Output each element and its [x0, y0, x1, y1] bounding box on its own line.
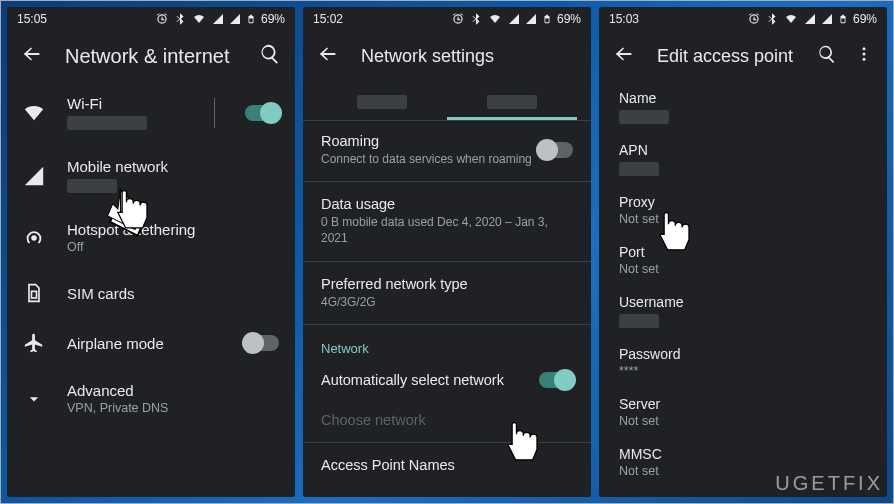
sim-label: SIM cards — [67, 285, 279, 302]
item-access-point-names[interactable]: Access Point Names — [303, 445, 591, 485]
app-bar: Network & internet — [7, 31, 295, 81]
search-icon — [259, 43, 281, 65]
hotspot-icon — [23, 227, 45, 249]
field-password-value: **** — [619, 364, 867, 378]
auto-select-toggle[interactable] — [539, 372, 573, 388]
wifi-icon — [23, 102, 45, 124]
page-title: Network settings — [361, 46, 577, 67]
clock: 15:03 — [609, 12, 639, 26]
bluetooth-icon — [174, 12, 186, 26]
signal-icon — [804, 13, 816, 25]
wifi-icon — [783, 13, 799, 25]
battery-icon — [246, 12, 256, 26]
item-advanced[interactable]: Advanced VPN, Private DNS — [7, 368, 295, 429]
screen-network-settings: 15:02 69% Network settings Roaming Conne… — [303, 7, 591, 497]
field-name-label: Name — [619, 90, 867, 106]
apn-label: Access Point Names — [321, 457, 573, 473]
field-port-label: Port — [619, 244, 867, 260]
chevron-down-icon — [23, 389, 45, 409]
search-button[interactable] — [817, 44, 837, 68]
item-hotspot[interactable]: Hotspot & tethering Off — [7, 207, 295, 268]
divider — [303, 442, 591, 443]
item-data-usage[interactable]: Data usage 0 B mobile data used Dec 4, 2… — [303, 184, 591, 258]
mobile-network-label: Mobile network — [67, 158, 279, 175]
signal-icon — [212, 13, 224, 25]
item-auto-select-network[interactable]: Automatically select network — [303, 360, 591, 400]
back-button[interactable] — [613, 43, 635, 69]
field-name[interactable]: Name — [599, 81, 887, 133]
roaming-label: Roaming — [321, 133, 539, 149]
wifi-icon — [487, 13, 503, 25]
data-usage-sub: 0 B mobile data used Dec 4, 2020 – Jan 3… — [321, 214, 573, 246]
item-airplane-mode[interactable]: Airplane mode — [7, 318, 295, 368]
back-button[interactable] — [21, 43, 43, 69]
app-bar: Network settings — [303, 31, 591, 81]
signal-icon — [229, 13, 241, 25]
field-mmsc-label: MMSC — [619, 446, 867, 462]
preferred-network-label: Preferred network type — [321, 276, 573, 292]
mobile-network-redacted — [67, 179, 117, 193]
hotspot-label: Hotspot & tethering — [67, 221, 279, 238]
field-password[interactable]: Password **** — [599, 337, 887, 387]
status-icons: 69% — [153, 12, 285, 26]
item-sim-cards[interactable]: SIM cards — [7, 268, 295, 318]
divider — [303, 261, 591, 262]
airplane-toggle[interactable] — [245, 335, 279, 351]
preferred-network-sub: 4G/3G/2G — [321, 294, 573, 310]
item-wifi[interactable]: Wi-Fi — [7, 81, 295, 144]
svg-rect-1 — [32, 291, 37, 298]
section-network: Network — [303, 327, 591, 360]
advanced-sub: VPN, Private DNS — [67, 401, 279, 415]
tab-sim2[interactable] — [447, 87, 577, 120]
status-bar: 15:05 69% — [7, 7, 295, 31]
battery-icon — [838, 12, 848, 26]
tab-sim1[interactable] — [317, 87, 447, 120]
divider-vertical — [214, 98, 215, 128]
arrow-back-icon — [613, 43, 635, 65]
bluetooth-icon — [470, 12, 482, 26]
status-icons: 69% — [745, 12, 877, 26]
app-bar: Edit access point — [599, 31, 887, 81]
status-bar: 15:03 69% — [599, 7, 887, 31]
status-bar: 15:02 69% — [303, 7, 591, 31]
field-server[interactable]: Server Not set — [599, 387, 887, 437]
screen-network-internet: 15:05 69% Network & internet Wi-F — [7, 7, 295, 497]
wifi-icon — [191, 13, 207, 25]
clock: 15:05 — [17, 12, 47, 26]
airplane-icon — [23, 332, 45, 354]
data-usage-label: Data usage — [321, 196, 573, 212]
auto-select-label: Automatically select network — [321, 372, 539, 388]
status-icons: 69% — [449, 12, 581, 26]
back-button[interactable] — [317, 43, 339, 69]
search-button[interactable] — [259, 43, 281, 69]
choose-network-label: Choose network — [321, 412, 573, 428]
field-apn[interactable]: APN — [599, 133, 887, 185]
roaming-toggle[interactable] — [539, 142, 573, 158]
field-port-value: Not set — [619, 262, 867, 276]
svg-point-0 — [31, 235, 37, 241]
item-preferred-network[interactable]: Preferred network type 4G/3G/2G — [303, 264, 591, 322]
alarm-icon — [155, 12, 169, 26]
svg-point-4 — [863, 58, 866, 61]
sim-tabs — [303, 81, 591, 121]
arrow-back-icon — [317, 43, 339, 65]
field-username[interactable]: Username — [599, 285, 887, 337]
more-vert-icon — [855, 44, 873, 64]
field-proxy-label: Proxy — [619, 194, 867, 210]
alarm-icon — [451, 12, 465, 26]
battery-icon — [542, 12, 552, 26]
settings-list: Roaming Connect to data services when ro… — [303, 121, 591, 497]
item-mobile-network[interactable]: Mobile network — [7, 144, 295, 207]
wifi-toggle[interactable] — [245, 105, 279, 121]
item-choose-network[interactable]: Choose network — [303, 400, 591, 440]
watermark: UGETFIX — [775, 472, 883, 495]
field-port[interactable]: Port Not set — [599, 235, 887, 285]
field-proxy[interactable]: Proxy Not set — [599, 185, 887, 235]
field-server-value: Not set — [619, 414, 867, 428]
signal-icon — [821, 13, 833, 25]
item-roaming[interactable]: Roaming Connect to data services when ro… — [303, 121, 591, 179]
overflow-menu-button[interactable] — [855, 44, 873, 68]
divider — [303, 181, 591, 182]
page-title: Network & internet — [65, 45, 237, 68]
roaming-sub: Connect to data services when roaming — [321, 151, 539, 167]
